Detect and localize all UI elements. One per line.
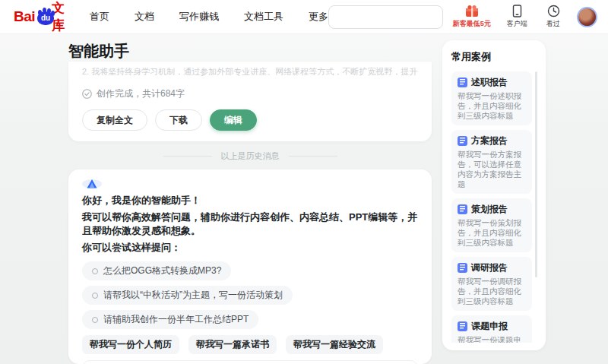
case-desc: 帮我写一份方案报告，可以选择任意内容为方案报告主题: [458, 150, 526, 189]
doc-icon: [458, 204, 467, 214]
nav-item-home[interactable]: 首页: [90, 10, 109, 24]
prompt-bullet-icon: [92, 268, 98, 274]
client-app-entry[interactable]: 客户端: [504, 5, 530, 29]
suggestion-text: 请帮我以“中秋活动”为主题，写一份活动策划: [103, 289, 283, 302]
nav-item-more[interactable]: 更多: [309, 10, 328, 24]
suggestion-chip-ogg-mp3[interactable]: 怎么把OGG格式转换成MP3?: [82, 261, 231, 280]
nav-item-doc-tools[interactable]: 文档工具: [244, 10, 283, 24]
case-desc: 帮我写一份述职报告，并且内容细化到三级内容标题: [458, 91, 526, 121]
assistant-chat-card: 你好，我是你的智能助手！ 我可以帮你高效解答问题，辅助你进行内容创作、内容总结、…: [68, 169, 432, 364]
case-title: 述职报告: [471, 76, 508, 89]
nav-item-write-earn[interactable]: 写作赚钱: [179, 10, 219, 24]
promo-label: 新客最低5元: [453, 19, 491, 29]
doc-icon: [458, 263, 467, 273]
suggestion-text: 请辅助我创作一份半年工作总结PPT: [103, 313, 249, 326]
divider-line-right: [289, 156, 337, 157]
doc-icon: [458, 136, 467, 146]
edit-button[interactable]: 编辑: [210, 109, 257, 131]
prompt-bullet-icon: [92, 293, 98, 299]
main-nav: 首页 文档 写作赚钱 文档工具 更多: [90, 10, 328, 24]
divider-line-left: [163, 156, 212, 157]
divider-text: 以上是历史消息: [221, 150, 280, 162]
header-icons: 新客最低5元 客户端 看过: [451, 5, 597, 29]
quick-prompt-experience[interactable]: 帮我写一篇经验交流: [286, 335, 383, 354]
doc-icon: [458, 321, 467, 331]
case-item-proposal-report[interactable]: 方案报告 帮我写一份方案报告，可以选择任意内容为方案报告主题: [451, 130, 532, 194]
suggestion-chip-halfyear-ppt[interactable]: 请辅助我创作一份半年工作总结PPT: [82, 310, 258, 329]
case-desc: 帮我写一份策划报告，并且内容细化到三级内容标题: [458, 218, 526, 248]
download-button[interactable]: 下载: [155, 109, 202, 131]
phone-icon: [511, 5, 523, 17]
assistant-try-label: 你可以尝试这样提问：: [82, 241, 418, 255]
copy-all-button[interactable]: 复制全文: [82, 109, 147, 131]
suggestion-text: 怎么把OGG格式转换成MP3?: [103, 264, 221, 277]
nav-item-docs[interactable]: 文档: [135, 10, 154, 24]
history-actions: 复制全文 下载 编辑: [82, 109, 418, 131]
viewed-history-entry[interactable]: 看过: [540, 5, 566, 29]
top-navbar: Bai du 文库 首页 文档 写作赚钱 文档工具 更多 搜索文档 新客最低5元: [0, 0, 608, 34]
logo-bai-text: Bai: [14, 8, 35, 25]
case-title: 调研报告: [471, 261, 508, 274]
logo-du-text: du: [36, 14, 55, 22]
sidebar-scrollbar[interactable]: [535, 71, 537, 277]
history-message-card: 2. 我将坚持终身学习机制，通过参加外部专业讲座、网络课程等方式，不断扩宽视野，…: [68, 62, 432, 141]
suggestion-chip-midautumn-plan[interactable]: 请帮我以“中秋活动”为主题，写一份活动策划: [82, 286, 293, 305]
user-avatar[interactable]: [577, 7, 597, 27]
case-title: 课题申报: [471, 320, 508, 333]
baidu-paw-icon: du: [36, 8, 49, 26]
case-desc: 帮我写一份课题申报材料，课题自选: [458, 335, 526, 343]
assistant-avatar-icon: [82, 179, 102, 188]
gift-promo-icon: [464, 5, 480, 17]
assistant-intro: 我可以帮你高效解答问题，辅助你进行内容创作、内容总结、PPT编辑等，并且帮助你激…: [82, 210, 418, 238]
client-label: 客户端: [507, 19, 527, 29]
suggested-questions: 怎么把OGG格式转换成MP3? 请帮我以“中秋活动”为主题，写一份活动策划 请辅…: [82, 256, 418, 329]
content-area: 智能助手 2. 我将坚持终身学习机制，通过参加外部专业讲座、网络课程等方式，不断…: [0, 34, 608, 364]
case-title: 策划报告: [471, 203, 508, 216]
case-item-research-report[interactable]: 调研报告 帮我写一份调研报告，并且内容细化到三级内容标题: [451, 257, 532, 311]
cases-panel-title: 常用案例: [451, 50, 538, 64]
creation-status-text: 创作完成，共计684字: [97, 87, 185, 100]
creation-status-row: 创作完成，共计684字: [82, 87, 418, 100]
doc-icon: [458, 78, 467, 87]
promo-entry[interactable]: 新客最低5元: [451, 5, 493, 29]
case-item-project-application[interactable]: 课题申报 帮我写一份课题申报材料，课题自选: [451, 315, 532, 343]
quick-prompt-commitment[interactable]: 帮我写一篇承诺书: [188, 335, 277, 354]
baidu-wenku-logo[interactable]: Bai du 文库: [14, 0, 70, 34]
case-item-planning-report[interactable]: 策划报告 帮我写一份策划报告，并且内容细化到三级内容标题: [451, 198, 532, 252]
common-cases-panel: 常用案例 述职报告 帮我写一份述职报告，并且内容细化到三级内容标题 方案报告 帮…: [442, 40, 546, 350]
search-input[interactable]: [329, 6, 443, 28]
history-divider: 以上是历史消息: [68, 150, 432, 162]
case-desc: 帮我写一份调研报告，并且内容细化到三级内容标题: [458, 277, 526, 306]
search-bar: 搜索文档: [328, 5, 443, 29]
viewed-label: 看过: [546, 19, 560, 29]
history-tail-text: 2. 我将坚持终身学习机制，通过参加外部专业讲座、网络课程等方式，不断扩宽视野，…: [82, 65, 418, 78]
case-item-debriefing-report[interactable]: 述职报告 帮我写一份述职报告，并且内容细化到三级内容标题: [451, 71, 532, 125]
check-circle-icon: [82, 89, 92, 99]
clock-icon: [547, 5, 560, 17]
chat-input-box: 0/400 ↵: [82, 360, 418, 364]
assistant-greeting: 你好，我是你的智能助手！: [82, 194, 418, 207]
assistant-main-column: 智能助手 2. 我将坚持终身学习机制，通过参加外部专业讲座、网络课程等方式，不断…: [68, 40, 432, 364]
quick-prompt-resume[interactable]: 帮我写一份个人简历: [82, 335, 179, 354]
cases-list: 述职报告 帮我写一份述职报告，并且内容细化到三级内容标题 方案报告 帮我写一份方…: [451, 71, 538, 343]
quick-prompts-row: 帮我写一份个人简历 帮我写一篇承诺书 帮我写一篇经验交流: [82, 329, 418, 354]
prompt-bullet-icon: [92, 317, 98, 323]
page-title: 智能助手: [68, 40, 432, 62]
case-title: 方案报告: [471, 135, 508, 147]
